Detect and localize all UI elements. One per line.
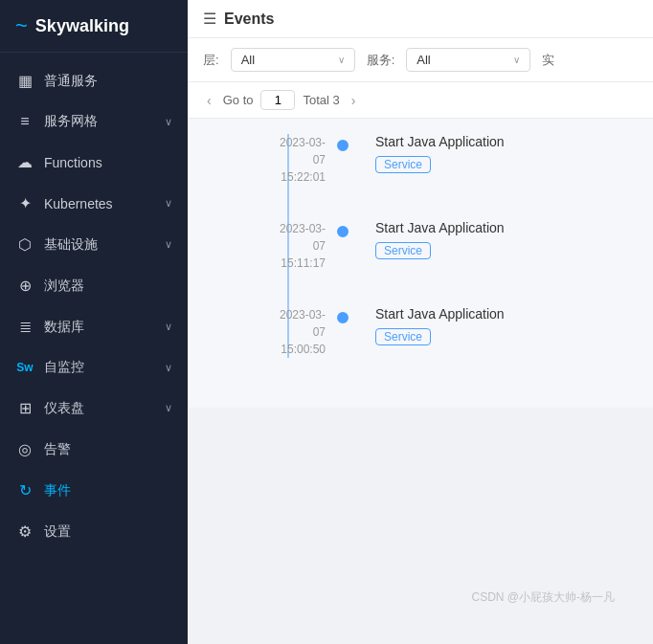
browser-icon: ⊕ (15, 277, 34, 295)
sidebar-nav: ▦ 普通服务 ≡ 服务网格 ∨ ☁ Functions ✦ Kubernetes… (0, 53, 188, 644)
sidebar-item-normal-service[interactable]: ▦ 普通服务 (0, 60, 188, 101)
service-filter-select[interactable]: All ∨ (406, 48, 530, 72)
sidebar-item-label: 服务网格 (44, 113, 155, 130)
event-date: 2023-03-07 (280, 136, 326, 167)
kubernetes-icon: ✦ (15, 194, 34, 212)
mesh-icon: ≡ (15, 113, 34, 130)
logo-label: Skywalking (35, 16, 129, 36)
sidebar-item-label: 告警 (44, 441, 172, 458)
event-badge[interactable]: Service (375, 242, 431, 259)
sidebar-item-kubernetes[interactable]: ✦ Kubernetes ∨ (0, 183, 188, 224)
logo-icon: ~ (15, 13, 28, 38)
alert-icon: ◎ (15, 440, 34, 458)
chevron-down-icon: ∨ (165, 197, 172, 210)
page-number-input[interactable] (260, 90, 295, 110)
event-content: Start Java Application Service (345, 134, 630, 173)
infra-icon: ⬡ (15, 235, 34, 254)
chevron-down-icon: ∨ (165, 238, 172, 251)
header-menu-icon: ☰ (203, 10, 216, 28)
database-icon: ≣ (15, 318, 34, 336)
layer-filter-select[interactable]: All ∨ (231, 48, 355, 72)
sidebar-item-label: Functions (44, 155, 172, 170)
instance-filter-label: 实 (542, 52, 554, 69)
timeline-item: 2023-03-07 15:00:50 Start Java Applicati… (268, 306, 630, 358)
event-title: Start Java Application (375, 220, 630, 235)
chevron-down-icon: ∨ (165, 321, 172, 333)
main-content: ☰ Events 层: All ∨ 服务: All ∨ 实 ‹ Go to To… (188, 0, 653, 644)
filter-bar: 层: All ∨ 服务: All ∨ 实 (188, 38, 653, 82)
sidebar-item-alert[interactable]: ◎ 告警 (0, 429, 188, 470)
sidebar-item-functions[interactable]: ☁ Functions (0, 142, 188, 183)
event-timestamp: 15:22:01 (281, 170, 326, 184)
watermark: CSDN @小屁孩大帅-杨一凡 (471, 589, 615, 606)
sidebar-item-label: 浏览器 (44, 278, 172, 295)
sw-icon: Sw (15, 361, 34, 374)
event-badge[interactable]: Service (375, 156, 431, 173)
chevron-down-icon: ∨ (165, 116, 172, 128)
total-pages-label: Total 3 (303, 93, 339, 107)
sidebar: ~ Skywalking ▦ 普通服务 ≡ 服务网格 ∨ ☁ Functions… (0, 0, 188, 644)
timeline-item: 2023-03-07 15:22:01 Start Java Applicati… (268, 134, 630, 186)
event-timestamp: 15:00:50 (281, 343, 326, 356)
sidebar-item-browser[interactable]: ⊕ 浏览器 (0, 265, 188, 306)
next-page-button[interactable]: › (348, 91, 360, 110)
event-title: Start Java Application (375, 306, 630, 322)
timeline-dot (337, 226, 349, 237)
sidebar-item-label: 普通服务 (44, 73, 172, 90)
sidebar-item-events[interactable]: ↻ 事件 (0, 470, 188, 511)
sidebar-item-settings[interactable]: ⚙ 设置 (0, 511, 188, 552)
event-content: Start Java Application Service (345, 220, 630, 259)
page-header: ☰ Events (188, 0, 653, 38)
dropdown-arrow-icon: ∨ (338, 55, 345, 65)
sidebar-item-label: Kubernetes (44, 196, 155, 211)
page-title: Events (224, 11, 274, 28)
goto-label: Go to (223, 93, 254, 107)
event-time: 2023-03-07 15:00:50 (268, 306, 345, 358)
event-content: Start Java Application Service (345, 306, 630, 345)
timeline-dot (337, 140, 349, 151)
event-title: Start Java Application (375, 134, 630, 149)
event-date: 2023-03-07 (280, 222, 326, 253)
sidebar-item-infra[interactable]: ⬡ 基础设施 ∨ (0, 224, 188, 265)
event-badge[interactable]: Service (375, 328, 431, 345)
timeline-item: 2023-03-07 15:11:17 Start Java Applicati… (268, 220, 630, 272)
sidebar-item-label: 设置 (44, 523, 172, 541)
timeline: 2023-03-07 15:22:01 Start Java Applicati… (211, 134, 630, 358)
events-container: 2023-03-07 15:22:01 Start Java Applicati… (188, 119, 653, 408)
sidebar-item-service-mesh[interactable]: ≡ 服务网格 ∨ (0, 101, 188, 142)
sidebar-item-label: 基础设施 (44, 236, 155, 254)
chevron-down-icon: ∨ (165, 362, 172, 374)
layer-filter-value: All (241, 53, 255, 67)
event-timestamp: 15:11:17 (281, 256, 326, 270)
sidebar-item-dashboard[interactable]: ⊞ 仪表盘 ∨ (0, 388, 188, 429)
service-filter-value: All (417, 53, 430, 67)
sidebar-item-label: 仪表盘 (44, 400, 155, 417)
timeline-dot (337, 312, 349, 323)
chart-bar-icon: ▦ (15, 72, 34, 90)
service-filter-label: 服务: (367, 52, 395, 69)
logo-text: Skywalking (35, 16, 129, 36)
sidebar-item-self-monitor[interactable]: Sw 自监控 ∨ (0, 347, 188, 388)
event-time: 2023-03-07 15:11:17 (268, 220, 345, 272)
sidebar-item-label: 自监控 (44, 359, 155, 376)
events-icon: ↻ (15, 481, 34, 500)
sidebar-item-database[interactable]: ≣ 数据库 ∨ (0, 306, 188, 347)
sidebar-item-label: 事件 (44, 482, 172, 500)
dropdown-arrow-icon: ∨ (513, 55, 520, 65)
event-time: 2023-03-07 15:22:01 (268, 134, 345, 186)
cloud-icon: ☁ (15, 153, 34, 171)
events-wrapper: 2023-03-07 15:22:01 Start Java Applicati… (188, 119, 653, 644)
sidebar-item-label: 数据库 (44, 319, 155, 336)
settings-icon: ⚙ (15, 522, 34, 541)
layer-filter-label: 层: (203, 52, 219, 69)
sidebar-logo: ~ Skywalking (0, 0, 188, 53)
pagination-bar: ‹ Go to Total 3 › (188, 82, 653, 119)
prev-page-button[interactable]: ‹ (203, 91, 215, 110)
event-date: 2023-03-07 (280, 308, 326, 339)
dashboard-icon: ⊞ (15, 399, 34, 417)
chevron-down-icon: ∨ (165, 402, 172, 414)
